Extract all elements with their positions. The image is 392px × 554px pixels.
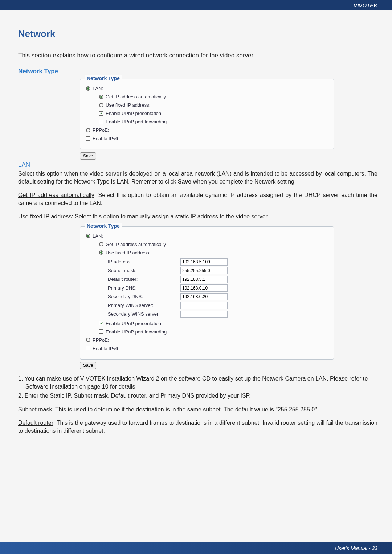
subnet-mask-input[interactable] bbox=[180, 267, 228, 274]
top-banner: VIVOTEK bbox=[0, 0, 392, 10]
checkbox-ipv6-2[interactable] bbox=[86, 346, 90, 350]
getip-description: Get IP address automatically: Select thi… bbox=[18, 191, 377, 207]
ipv6-label: Enable IPv6 bbox=[93, 136, 118, 141]
default-router-label: Default router: bbox=[108, 276, 180, 282]
primary-wins-label: Primary WINS server: bbox=[108, 303, 180, 308]
save-button-2[interactable]: Save bbox=[80, 362, 96, 369]
note-2: 2. Enter the Static IP, Subnet mask, Def… bbox=[18, 392, 377, 400]
checkbox-upnp-presentation[interactable] bbox=[99, 111, 103, 116]
ipv6-label-2: Enable IPv6 bbox=[93, 346, 118, 351]
checkbox-upnp-presentation-2[interactable] bbox=[99, 321, 103, 325]
page-title: Network bbox=[18, 28, 377, 40]
radio-pppoe-2[interactable] bbox=[86, 338, 90, 342]
primary-dns-label: Primary DNS: bbox=[108, 285, 180, 291]
radio-pppoe[interactable] bbox=[86, 128, 90, 132]
primary-wins-input[interactable] bbox=[180, 302, 228, 309]
page-footer: User's Manual - 33 bbox=[0, 542, 392, 554]
primary-dns-input[interactable] bbox=[180, 284, 228, 292]
footer-page-number: User's Manual - 33 bbox=[335, 545, 377, 551]
upnp-port-label-2: Enable UPnP port forwarding bbox=[106, 329, 167, 335]
secondary-dns-label: Secondary DNS: bbox=[108, 294, 180, 299]
upnp-port-label: Enable UPnP port forwarding bbox=[106, 119, 167, 124]
use-fixed-label-2: Use fixed IP address: bbox=[106, 250, 150, 255]
radio-lan[interactable] bbox=[86, 86, 90, 91]
upnp-presentation-label-2: Enable UPnP presentation bbox=[106, 321, 161, 326]
use-fixed-label: Use fixed IP address: bbox=[106, 102, 150, 108]
network-type-legend-2: Network Type bbox=[85, 223, 122, 229]
secondary-wins-label: Secondary WINS server: bbox=[108, 311, 180, 317]
subnet-mask-description: Subnet mask: This is used to determine i… bbox=[18, 406, 377, 414]
lan-label-2: LAN: bbox=[93, 233, 103, 239]
radio-getip-auto[interactable] bbox=[99, 95, 103, 99]
secondary-wins-input[interactable] bbox=[180, 311, 228, 318]
network-type-box-2: Network Type LAN: Get IP address automat… bbox=[80, 226, 334, 360]
pppoe-label-2: PPPoE: bbox=[93, 337, 109, 343]
checkbox-upnp-port[interactable] bbox=[99, 120, 103, 124]
lan-label: LAN: bbox=[93, 86, 103, 91]
page-content: Network This section explains how to con… bbox=[0, 10, 392, 470]
radio-use-fixed-2[interactable] bbox=[99, 250, 103, 255]
note-1: 1. You can make use of VIVOTEK Installat… bbox=[18, 375, 377, 390]
radio-use-fixed[interactable] bbox=[99, 103, 103, 107]
network-type-box-1: Network Type LAN: Get IP address automat… bbox=[80, 79, 334, 149]
checkbox-ipv6[interactable] bbox=[86, 136, 90, 141]
default-router-input[interactable] bbox=[180, 276, 228, 283]
pppoe-label: PPPoE: bbox=[93, 127, 109, 133]
brand-logo: VIVOTEK bbox=[354, 2, 377, 8]
ip-address-input[interactable] bbox=[180, 258, 228, 266]
secondary-dns-input[interactable] bbox=[180, 293, 228, 300]
default-router-description: Default router: This is the gateway used… bbox=[18, 419, 377, 435]
network-type-heading: Network Type bbox=[18, 68, 377, 75]
intro-text: This section explains how to configure a… bbox=[18, 52, 377, 59]
subnet-mask-label: Subnet mask: bbox=[108, 268, 180, 273]
usefixed-description: Use fixed IP address: Select this option… bbox=[18, 213, 377, 221]
lan-heading: LAN bbox=[18, 161, 377, 168]
checkbox-upnp-port-2[interactable] bbox=[99, 329, 103, 334]
network-type-legend-1: Network Type bbox=[85, 75, 122, 81]
upnp-presentation-label: Enable UPnP presentation bbox=[106, 111, 161, 116]
radio-lan-2[interactable] bbox=[86, 234, 90, 238]
ip-address-label: IP address: bbox=[108, 259, 180, 264]
getip-auto-label: Get IP address automatically bbox=[106, 94, 166, 99]
radio-getip-auto-2[interactable] bbox=[99, 242, 103, 246]
getip-auto-label-2: Get IP address automatically bbox=[106, 242, 166, 247]
save-button-1[interactable]: Save bbox=[80, 152, 96, 160]
lan-description: Select this option when the video server… bbox=[18, 170, 377, 185]
